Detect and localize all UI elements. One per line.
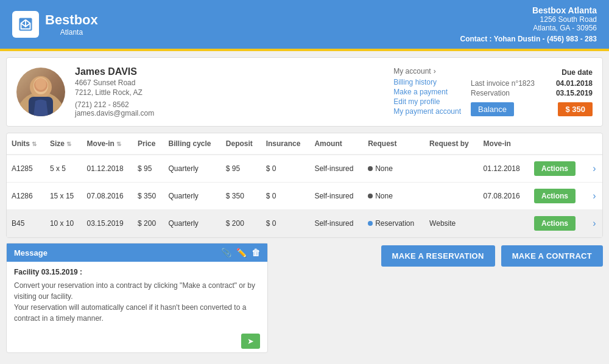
cell-actions: Actions	[529, 183, 585, 210]
message-text: Convert your reservation into a contract…	[14, 280, 260, 324]
col-price: Price	[133, 133, 163, 155]
reservation-row: Reservation 03.15.2019	[471, 89, 593, 97]
col-deposit: Deposit	[221, 133, 261, 155]
col-movein2: Move-in	[479, 133, 529, 155]
col-billing: Billing cycle	[164, 133, 221, 155]
cell-unit: A1286	[7, 183, 45, 210]
cell-movein: 03.15.2019	[82, 210, 133, 237]
request-dot	[368, 221, 373, 226]
chevron-right-icon[interactable]: ›	[590, 191, 596, 201]
message-date-label: Facility 03.15.2019 :	[14, 268, 260, 276]
make-payment-link[interactable]: Make a payment	[393, 88, 461, 96]
header-company-name: Bestbox Atlanta	[460, 5, 597, 15]
contact-label: Contact :	[460, 35, 491, 43]
header-address1: 1256 South Road	[460, 15, 597, 24]
message-header: Message 📎 ✏️ 🗑	[7, 243, 267, 262]
account-links: My account › Billing history Make a paym…	[393, 67, 461, 117]
invoice-info: Due date Last invoice n°1823 04.01.2018 …	[471, 68, 593, 116]
logo-area: Bestbox Atlanta	[12, 11, 98, 38]
cell-price: $ 200	[133, 210, 163, 237]
units-table-section: Units ⇅ Size ⇅ Move-in ⇅ Price Billing c…	[6, 133, 603, 238]
cell-unit: B45	[7, 210, 45, 237]
balance-value: $ 350	[558, 102, 593, 116]
cell-request: None	[363, 155, 424, 183]
cell-actions: Actions	[529, 155, 585, 183]
cell-size: 5 x 5	[45, 155, 82, 183]
customer-name: James DAVIS	[75, 66, 384, 77]
customer-info: James DAVIS 4667 Sunset Road 7212, Littl…	[75, 66, 384, 117]
actions-button[interactable]: Actions	[534, 216, 576, 231]
last-invoice-date: 04.01.2018	[556, 79, 593, 88]
reservation-date: 03.15.2019	[556, 89, 593, 97]
cell-insurance: $ 0	[261, 183, 310, 210]
cell-request: None	[363, 183, 424, 210]
chevron-right-icon[interactable]: ›	[590, 163, 596, 173]
cell-chevron[interactable]: ›	[585, 155, 602, 183]
message-title: Message	[14, 248, 48, 257]
cell-insurance: $ 0	[261, 155, 310, 183]
col-size[interactable]: Size ⇅	[45, 133, 82, 155]
action-buttons: MAKE A RESERVATION MAKE A CONTRACT	[274, 243, 603, 267]
cell-price: $ 95	[133, 155, 163, 183]
reservation-label: Reservation	[471, 89, 510, 97]
col-request: Request	[363, 133, 424, 155]
attach-icon[interactable]: 📎	[221, 248, 231, 257]
edit-icon[interactable]: ✏️	[236, 248, 247, 257]
cell-amount: Self-insured	[309, 183, 363, 210]
col-request-by: Request by	[424, 133, 478, 155]
message-footer: ➤	[7, 330, 267, 352]
send-button[interactable]: ➤	[241, 334, 260, 349]
edit-profile-link[interactable]: Edit my profile	[393, 97, 461, 106]
cell-chevron[interactable]: ›	[585, 210, 602, 237]
cell-amount: Self-insured	[309, 155, 363, 183]
customer-address2: 7212, Little Rock, AZ	[75, 88, 384, 97]
cell-movein2	[479, 210, 529, 237]
cell-price: $ 350	[133, 183, 163, 210]
table-row: A1285 5 x 5 01.12.2018 $ 95 Quarterly $ …	[7, 155, 602, 183]
balance-row: Balance $ 350	[471, 102, 593, 116]
cell-movein: 07.08.2016	[82, 183, 133, 210]
make-reservation-button[interactable]: MAKE A RESERVATION	[381, 245, 495, 267]
make-contract-button[interactable]: MAKE A CONTRACT	[501, 245, 603, 267]
table-row: B45 10 x 10 03.15.2019 $ 200 Quarterly $…	[7, 210, 602, 237]
cell-deposit: $ 350	[221, 183, 261, 210]
cell-unit: A1285	[7, 155, 45, 183]
cell-movein2: 01.12.2018	[479, 155, 529, 183]
svg-point-7	[35, 78, 46, 90]
cell-billing: Quarterly	[164, 155, 221, 183]
billing-history-link[interactable]: Billing history	[393, 78, 461, 86]
cell-size: 10 x 10	[45, 210, 82, 237]
actions-button[interactable]: Actions	[534, 189, 576, 203]
request-dot	[368, 166, 373, 171]
units-table: Units ⇅ Size ⇅ Move-in ⇅ Price Billing c…	[7, 133, 602, 237]
message-box: Message 📎 ✏️ 🗑 Facility 03.15.2019 : Con…	[6, 243, 268, 353]
cell-request: Reservation	[363, 210, 424, 237]
col-insurance: Insurance	[261, 133, 310, 155]
table-row: A1286 15 x 15 07.08.2016 $ 350 Quarterly…	[7, 183, 602, 210]
delete-icon[interactable]: 🗑	[252, 248, 260, 257]
cell-actions: Actions	[529, 210, 585, 237]
last-invoice-label: Last invoice n°1823	[471, 79, 535, 88]
message-body: Facility 03.15.2019 : Convert your reser…	[7, 262, 267, 330]
chevron-right-icon[interactable]: ›	[590, 218, 596, 228]
payment-account-link[interactable]: My payment account	[393, 107, 461, 116]
cell-deposit: $ 95	[221, 155, 261, 183]
cell-chevron[interactable]: ›	[585, 183, 602, 210]
cell-billing: Quarterly	[164, 183, 221, 210]
header-right: Bestbox Atlanta 1256 South Road Atlanta,…	[460, 5, 597, 43]
col-movein-header[interactable]: Move-in ⇅	[82, 133, 133, 155]
bottom-section: Message 📎 ✏️ 🗑 Facility 03.15.2019 : Con…	[6, 243, 603, 353]
customer-card: James DAVIS 4667 Sunset Road 7212, Littl…	[6, 57, 603, 127]
cell-request-by	[424, 155, 478, 183]
cell-request-by	[424, 183, 478, 210]
customer-email: james.davis@gmail.com	[75, 109, 384, 117]
table-body: A1285 5 x 5 01.12.2018 $ 95 Quarterly $ …	[7, 155, 602, 237]
company-logo-sub: Atlanta	[45, 28, 98, 37]
sort-icon: ⇅	[66, 141, 71, 147]
header: Bestbox Atlanta Bestbox Atlanta 1256 Sou…	[0, 0, 609, 49]
col-units[interactable]: Units ⇅	[7, 133, 45, 155]
header-address2: Atlanta, GA - 30956	[460, 24, 597, 32]
sort-icon: ⇅	[116, 141, 121, 147]
actions-button[interactable]: Actions	[534, 161, 576, 176]
avatar	[16, 68, 65, 116]
